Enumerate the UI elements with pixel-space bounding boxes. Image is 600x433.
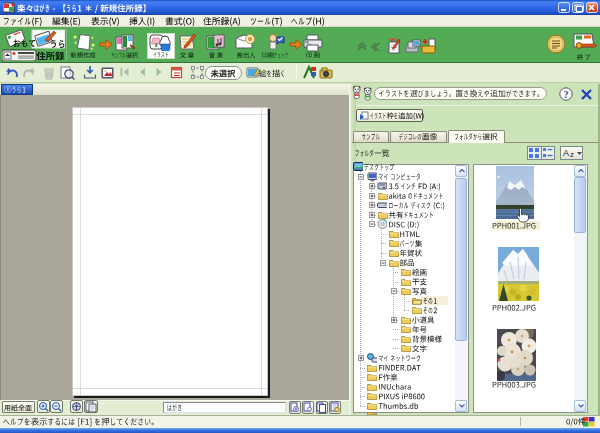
- svg-text:z: z: [570, 150, 574, 159]
- svg-text:?: ?: [564, 89, 569, 100]
- svg-text:A: A: [563, 148, 569, 158]
